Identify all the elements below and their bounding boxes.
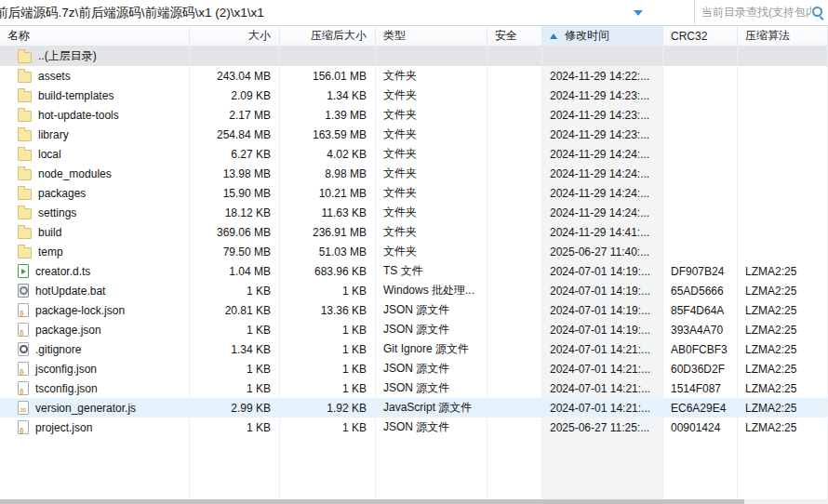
cell-modified <box>542 46 663 66</box>
file-row-folder[interactable]: node_modules13.98 MB8.98 MB文件夹2024-11-29… <box>0 164 828 183</box>
file-row-folder[interactable]: build369.06 MB236.91 MB文件夹2024-11-29 14:… <box>0 222 828 242</box>
file-row-folder[interactable]: packages15.90 MB10.21 MB文件夹2024-11-29 14… <box>0 183 828 203</box>
file-row-folder[interactable]: build-templates2.09 KB1.34 KB文件夹2024-11-… <box>0 86 828 105</box>
cell-security <box>487 86 542 105</box>
cell-crc32 <box>663 242 738 261</box>
cell-modified: 2024-07-01 14:19:... <box>542 320 663 339</box>
file-list: ..(上层目录)assets243.04 MB156.01 MB文件夹2024-… <box>0 46 828 499</box>
archive-path: 前后端源码.7z\前后端源码\前端源码\x1 (2)\x1\x1 <box>0 5 264 21</box>
cell-packed: 1.34 KB <box>280 86 376 105</box>
search-icon[interactable] <box>811 6 825 20</box>
address-bar[interactable]: 前后端源码.7z\前后端源码\前端源码\x1 (2)\x1\x1 <box>0 0 694 25</box>
cell-modified: 2024-11-29 14:24:... <box>542 144 663 164</box>
cell-type: JSON 源文件 <box>376 378 487 398</box>
file-name: local <box>38 148 61 161</box>
file-row-folder[interactable]: ..(上层目录) <box>0 46 828 66</box>
file-row[interactable]: creator.d.ts1.04 MB683.96 KBTS 文件2024-07… <box>0 261 828 281</box>
file-row[interactable]: tsconfig.json1 KB1 KBJSON 源文件2024-07-01 … <box>0 378 828 398</box>
cell-name: project.json <box>0 418 190 437</box>
cell-name: hot-update-tools <box>0 105 190 125</box>
cell-method <box>738 203 828 222</box>
cell-security <box>487 164 542 183</box>
column-header-size[interactable]: 大小 <box>190 26 280 46</box>
file-name: jsconfig.json <box>35 363 97 376</box>
cell-modified: 2024-11-29 14:24:... <box>542 164 663 183</box>
file-name: hot-update-tools <box>38 109 119 122</box>
cell-modified: 2024-07-01 14:19:... <box>542 261 663 281</box>
cell-method <box>738 222 828 242</box>
column-header-crc32[interactable]: CRC32 <box>663 26 738 46</box>
file-row-folder[interactable]: hot-update-tools2.17 MB1.39 MB文件夹2024-11… <box>0 105 828 125</box>
column-header-modified[interactable]: 修改时间 <box>542 26 663 46</box>
file-row-folder[interactable]: library254.84 MB163.59 MB文件夹2024-11-29 1… <box>0 125 828 144</box>
file-row[interactable]: project.json1 KB1 KBJSON 源文件2025-06-27 1… <box>0 418 828 437</box>
column-header-security[interactable]: 安全 <box>487 26 542 46</box>
search-input[interactable]: 当前目录查找(支持包内查找) <box>701 5 811 20</box>
cell-method <box>738 66 828 86</box>
cell-name: creator.d.ts <box>0 261 190 281</box>
cell-packed: 1 KB <box>280 281 376 300</box>
json-file-icon <box>18 323 29 337</box>
cell-type: JSON 源文件 <box>376 320 487 339</box>
column-header-label: 安全 <box>495 28 517 44</box>
cell-size: 1.04 MB <box>190 261 280 281</box>
cell-modified: 2024-07-01 14:21:... <box>542 339 663 359</box>
cell-modified: 2024-11-29 14:23:... <box>542 86 663 105</box>
cell-method: LZMA2:25 <box>738 320 828 339</box>
file-row[interactable]: version_generator.js2.99 KB1.92 KBJavaSc… <box>0 398 828 418</box>
cell-crc32 <box>663 125 738 144</box>
json-file-icon <box>18 362 29 376</box>
column-header-method[interactable]: 压缩算法 <box>738 26 828 46</box>
cell-method: LZMA2:25 <box>738 398 828 418</box>
ts-file-icon <box>18 264 29 278</box>
cell-size: 1 KB <box>190 281 280 300</box>
column-header-packed[interactable]: 压缩后大小 <box>280 26 376 46</box>
file-row[interactable]: package-lock.json20.81 KB13.36 KBJSON 源文… <box>0 300 828 320</box>
column-header-type[interactable]: 类型 <box>376 26 487 46</box>
cell-packed: 163.59 MB <box>280 125 376 144</box>
json-file-icon <box>18 381 29 395</box>
file-row-folder[interactable]: temp79.50 MB51.03 MB文件夹2025-06-27 11:40:… <box>0 242 828 261</box>
cell-packed: 1 KB <box>280 418 376 437</box>
file-row[interactable]: jsconfig.json1 KB1 KBJSON 源文件2024-07-01 … <box>0 359 828 378</box>
column-header-label: 名称 <box>7 28 30 44</box>
cell-modified: 2024-07-01 14:19:... <box>542 300 663 320</box>
cell-method: LZMA2:25 <box>738 281 828 300</box>
cell-security <box>487 339 542 359</box>
column-header-label: 大小 <box>248 28 271 44</box>
search-box[interactable]: 当前目录查找(支持包内查找) <box>694 0 828 25</box>
folder-icon <box>18 91 32 102</box>
empty-column-type <box>376 437 487 499</box>
file-row[interactable]: package.json1 KB1 KBJSON 源文件2024-07-01 1… <box>0 320 828 339</box>
horizontal-scrollbar[interactable] <box>0 499 828 504</box>
cell-name: assets <box>0 66 190 86</box>
cell-method: LZMA2:25 <box>738 418 828 437</box>
cell-method <box>738 86 828 105</box>
file-row[interactable]: hotUpdate.bat1 KB1 KBWindows 批处理...2024-… <box>0 281 828 300</box>
cell-modified: 2024-11-29 14:41:... <box>542 222 663 242</box>
cell-name: build <box>0 222 190 242</box>
file-name: .gitignore <box>35 343 81 356</box>
cell-packed: 683.96 KB <box>280 261 376 281</box>
file-row[interactable]: .gitignore1.34 KB1 KBGit Ignore 源文件2024-… <box>0 339 828 359</box>
file-name: version_generator.js <box>35 402 136 415</box>
scrollbar-thumb[interactable] <box>0 499 744 504</box>
chevron-down-icon[interactable] <box>634 10 643 16</box>
cell-method: LZMA2:25 <box>738 339 828 359</box>
column-header-name[interactable]: 名称 <box>0 26 190 46</box>
file-row-folder[interactable]: local6.27 KB4.02 KB文件夹2024-11-29 14:24:.… <box>0 144 828 164</box>
folder-icon <box>18 247 32 259</box>
cell-crc32: 393A4A70 <box>663 320 738 339</box>
cell-size: 254.84 MB <box>190 125 280 144</box>
cell-size: 1 KB <box>190 378 280 398</box>
sort-ascending-icon <box>550 33 557 39</box>
file-row-folder[interactable]: settings18.12 KB11.63 KB文件夹2024-11-29 14… <box>0 203 828 222</box>
file-name: temp <box>38 245 63 259</box>
column-header-label: 压缩后大小 <box>311 28 367 44</box>
cell-size: 18.12 KB <box>190 203 280 222</box>
file-row-folder[interactable]: assets243.04 MB156.01 MB文件夹2024-11-29 14… <box>0 66 828 86</box>
cell-type: Git Ignore 源文件 <box>376 339 487 359</box>
cell-modified: 2024-11-29 14:23:... <box>542 105 663 125</box>
folder-icon <box>18 72 32 83</box>
cell-packed: 1.92 KB <box>280 398 376 418</box>
